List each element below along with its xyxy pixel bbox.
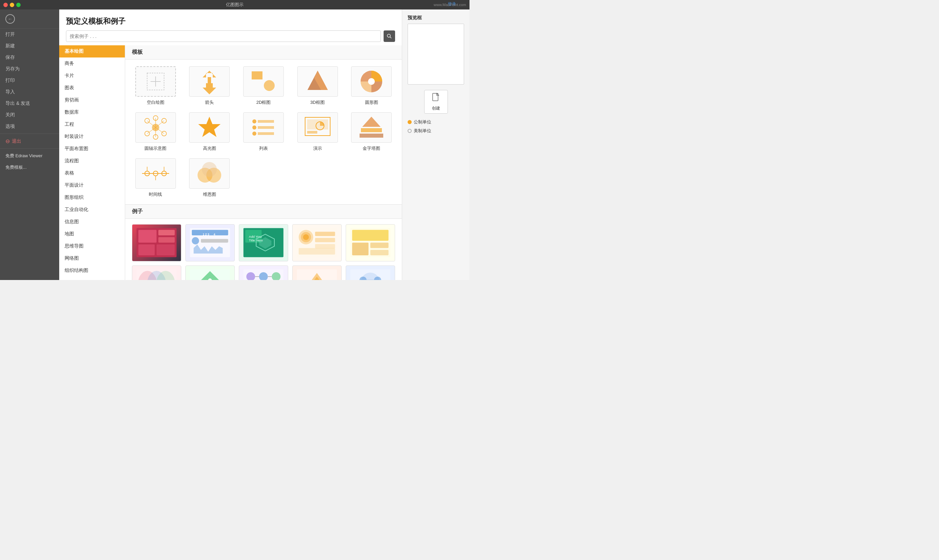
example-thumb-6[interactable] — [132, 265, 181, 280]
template-presentation[interactable]: 演示 — [294, 112, 341, 151]
sidebar-item-save[interactable]: 保存 — [0, 52, 59, 63]
category-item-business[interactable]: 商务 — [59, 57, 125, 70]
category-item-basic[interactable]: 基本绘图 — [59, 45, 125, 57]
svg-rect-31 — [258, 132, 274, 135]
sidebar-item-print[interactable]: 打印 — [0, 75, 59, 86]
category-item-graphic[interactable]: 图形组织 — [59, 191, 125, 203]
category-item-industrial[interactable]: 工业自动化 — [59, 203, 125, 216]
category-list: 基本绘图 商务 卡片 图表 剪切画 数据库 工程 时装设计 平面布置图 流程图 … — [59, 45, 125, 280]
unit-imperial-radio[interactable] — [408, 129, 412, 133]
unit-metric-radio[interactable] — [408, 120, 412, 124]
svg-point-57 — [192, 237, 199, 245]
svg-rect-79 — [370, 243, 389, 248]
sidebar-item-options[interactable]: 选项 — [0, 121, 59, 132]
category-item-floor[interactable]: 平面布置图 — [59, 143, 125, 155]
minimize-btn[interactable] — [10, 3, 14, 7]
example-icon-4 — [295, 226, 339, 259]
template-pie[interactable]: 圆形图 — [348, 66, 395, 106]
sidebar-item-import[interactable]: 导入 — [0, 86, 59, 98]
template-label-blank: 空白绘图 — [147, 99, 165, 106]
category-item-flow[interactable]: 流程图 — [59, 155, 125, 167]
svg-text:1 2 3: 1 2 3 — [203, 233, 209, 236]
unit-options: 公制单位 美制单位 — [408, 119, 464, 134]
search-icon — [386, 34, 392, 39]
example-thumb-10[interactable] — [346, 265, 395, 280]
examples-section: 例子 — [125, 204, 402, 280]
sidebar-item-viewer[interactable]: 免费 Edraw Viewer — [0, 150, 59, 162]
example-thumb-5[interactable] — [346, 224, 395, 262]
template-radial[interactable]: 圆辐示意图 — [132, 112, 179, 151]
template-pyramid[interactable]: 金字塔图 — [348, 112, 395, 151]
template-label-star: 高光图 — [203, 145, 216, 151]
pie-icon — [358, 68, 385, 95]
category-item-map[interactable]: 地图 — [59, 228, 125, 240]
svg-point-71 — [303, 234, 309, 240]
star-icon — [196, 114, 223, 141]
back-section: ← — [0, 9, 59, 29]
template-star[interactable]: 高光图 — [186, 112, 233, 151]
category-item-network[interactable]: 网络图 — [59, 252, 125, 265]
template-venn[interactable]: 维恩图 — [186, 158, 233, 197]
example-thumb-7[interactable] — [185, 265, 235, 280]
svg-rect-75 — [299, 248, 335, 255]
example-thumb-9[interactable] — [292, 265, 342, 280]
svg-rect-73 — [315, 238, 335, 243]
category-item-card[interactable]: 卡片 — [59, 70, 125, 82]
maximize-btn[interactable] — [16, 3, 21, 7]
example-thumb-4[interactable] — [292, 224, 342, 262]
svg-rect-38 — [360, 134, 383, 138]
search-button[interactable] — [383, 31, 395, 42]
template-thumb-star — [189, 112, 230, 143]
svg-rect-6 — [252, 71, 262, 80]
sidebar-item-open[interactable]: 打开 — [0, 29, 59, 40]
template-thumb-venn — [189, 158, 230, 189]
category-item-flatdesign[interactable]: 平面设计 — [59, 179, 125, 191]
examples-grid: 1 2 3 4 Add Your Title Here — [125, 219, 402, 280]
template-thumb-timeline — [135, 158, 176, 189]
category-item-pm[interactable]: 项目管理 — [59, 277, 125, 280]
create-button[interactable]: 创建 — [424, 90, 448, 114]
example-thumb-3[interactable]: Add Your Title Here — [239, 224, 288, 262]
logout-button[interactable]: ⊖ 退出 — [0, 135, 59, 147]
category-item-fashion[interactable]: 时装设计 — [59, 131, 125, 143]
template-list[interactable]: 列表 — [240, 112, 287, 151]
back-button[interactable]: ← — [5, 14, 15, 24]
create-section: 创建 — [408, 90, 464, 114]
sidebar-item-close[interactable]: 关闭 — [0, 109, 59, 121]
sidebar-item-saveas[interactable]: 另存为 — [0, 63, 59, 75]
templates-inner: 空白绘图 箭头 — [125, 60, 402, 204]
sidebar-item-new[interactable]: 新建 — [0, 40, 59, 52]
close-btn[interactable] — [3, 3, 8, 7]
search-input[interactable] — [66, 31, 381, 42]
example-thumb-2[interactable]: 1 2 3 4 — [185, 224, 235, 262]
template-label-pyramid: 金字塔图 — [363, 145, 380, 151]
template-label-arrow: 箭头 — [205, 99, 214, 106]
category-item-eng[interactable]: 工程 — [59, 118, 125, 131]
template-arrow[interactable]: 箭头 — [186, 66, 233, 106]
template-blank[interactable]: 空白绘图 — [132, 66, 179, 106]
unit-metric[interactable]: 公制单位 — [408, 119, 464, 125]
category-item-db[interactable]: 数据库 — [59, 106, 125, 118]
template-2dframe[interactable]: 2D框图 — [240, 66, 287, 106]
svg-rect-33 — [307, 119, 328, 129]
category-item-infographic[interactable]: 信息图 — [59, 216, 125, 228]
category-item-table[interactable]: 表格 — [59, 167, 125, 179]
template-3dframe[interactable]: 3D框图 — [294, 66, 341, 106]
example-thumb-8[interactable] — [239, 265, 288, 280]
sidebar-item-templates[interactable]: 免费模板... — [0, 162, 59, 173]
category-item-org[interactable]: 组织结构图 — [59, 265, 125, 277]
category-item-mindmap[interactable]: 思维导图 — [59, 240, 125, 252]
template-label-radial: 圆辐示意图 — [145, 145, 166, 151]
category-item-clip[interactable]: 剪切画 — [59, 94, 125, 106]
template-timeline[interactable]: 时间线 — [132, 158, 179, 197]
unit-imperial[interactable]: 美制单位 — [408, 128, 464, 134]
file-icon — [431, 93, 441, 102]
sidebar-item-export[interactable]: 导出 & 发送 — [0, 98, 59, 109]
svg-rect-53 — [139, 245, 155, 255]
svg-marker-25 — [198, 117, 220, 137]
example-icon-3: Add Your Title Here — [242, 226, 285, 259]
category-item-chart[interactable]: 图表 — [59, 82, 125, 94]
svg-rect-74 — [315, 244, 335, 249]
list-icon — [248, 114, 279, 141]
example-thumb-1[interactable] — [132, 224, 181, 262]
